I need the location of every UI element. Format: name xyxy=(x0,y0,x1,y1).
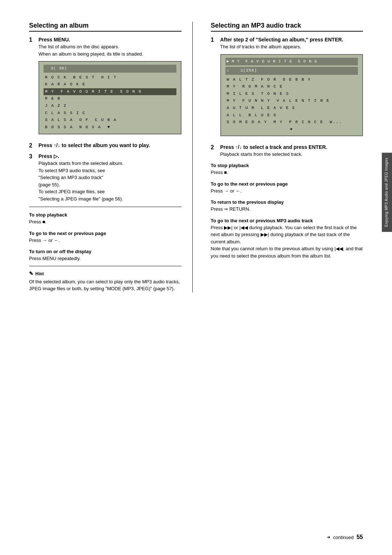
right-step-1-body: The list of tracks in the album appears. xyxy=(220,43,363,50)
left-sub-display-body: Press MENU repeatedly. xyxy=(29,255,181,262)
lcd-track-romance: M Y R O M A N C E xyxy=(225,83,358,90)
step-1-content: Press MENU. The list of albums on the di… xyxy=(38,37,181,138)
right-step-number-2: 2 xyxy=(211,144,217,151)
lcd-item-jazz: J A Z Z xyxy=(44,102,176,110)
left-sub-stop-title: To stop playback xyxy=(29,212,181,218)
lcd-track-waltz: W A L T Z F O R D E B B Y xyxy=(225,76,358,84)
left-sub-page-body: Press → or ←. xyxy=(29,237,181,244)
step-number-2: 2 xyxy=(29,142,35,149)
lcd-album-name: M Y F A V O U R I T E S O N G xyxy=(232,58,317,65)
stop-icon: ■ xyxy=(42,219,45,224)
right-step-1: 1 After step 2 of "Selecting an album," … xyxy=(211,37,363,140)
right-column: Selecting an MP3 audio track 1 After ste… xyxy=(207,22,363,292)
stop-icon-right: ■ xyxy=(224,170,227,175)
right-sub-page-body: Press → or ←. xyxy=(211,187,363,195)
left-step-3: 3 Press ▷. Playback starts from the sele… xyxy=(29,153,181,202)
hint-box: ✎ Hint Of the selected album, you can se… xyxy=(29,270,181,292)
lcd-track-someday: S O M E D A Y M Y P R I N C E W... xyxy=(225,119,358,126)
hint-title: ✎ Hint xyxy=(29,270,181,278)
page-number: 55 xyxy=(356,534,363,540)
divider-1 xyxy=(29,207,181,207)
two-column-layout: Selecting an album 1 Press MENU. The lis… xyxy=(29,22,363,292)
step-3-label: Press ▷. xyxy=(38,153,181,159)
right-step-1-content: After step 2 of "Selecting an album," pr… xyxy=(220,37,363,140)
left-sub-page: To go to the next or previous page Press… xyxy=(29,231,181,244)
step-3-content: Press ▷. Playback starts from the select… xyxy=(38,153,181,202)
right-step-number-1: 1 xyxy=(211,37,217,43)
left-section-title: Selecting an album xyxy=(29,22,181,32)
lcd-track-miles: M I L E S T O N E S xyxy=(225,90,358,98)
continued-text: continued xyxy=(333,535,354,540)
right-step-1-label: After step 2 of "Selecting an album," pr… xyxy=(220,37,363,42)
step-3-body: Playback starts from the selected album.… xyxy=(38,160,181,202)
continued-arrow: ➜ xyxy=(327,535,330,540)
left-sub-display-title: To turn on or off the display xyxy=(29,249,181,254)
right-sub-page: To go to the next or previous page Press… xyxy=(211,181,363,195)
footer: ➜ continued 55 xyxy=(327,534,363,540)
right-sub-track-nav-body: Press ▶▶| or |◀◀ during playback. You ca… xyxy=(211,224,363,260)
lcd-item-rnb: R & B xyxy=(44,95,176,102)
lcd-album-list: 3( 30) R O C K B E S T H I T K A R A O K… xyxy=(38,61,181,134)
step-1-label: Press MENU. xyxy=(38,37,181,42)
lcd-track-list: ▶ M Y F A V O U R I T E S O N G ♪ 1(256)… xyxy=(220,54,363,136)
lcd-header: 3( 30) xyxy=(44,65,176,73)
left-step-2: 2 Press ↑/↓ to select the album you want… xyxy=(29,142,181,149)
left-sub-display: To turn on or off the display Press MENU… xyxy=(29,249,181,262)
right-sub-stop-body: Press ■. xyxy=(211,169,363,176)
lcd-scroll-indicator: ▼ xyxy=(225,127,358,133)
step-number-1: 1 xyxy=(29,37,35,43)
sidebar-tab: Enjoying MP3 Audio and JPEG Images xyxy=(382,153,392,232)
left-sub-stop-body: Press ■. xyxy=(29,218,181,226)
hint-icon: ✎ xyxy=(29,271,33,276)
step-1-body: The list of albums on the disc appears.W… xyxy=(38,43,181,57)
lcd-track-blues: A L L B L U E S xyxy=(225,112,358,119)
right-step-2-label: Press ↑/↓ to select a track and press EN… xyxy=(220,144,363,150)
right-sub-return: To return to the previous display Press … xyxy=(211,199,363,213)
right-step-2: 2 Press ↑/↓ to select a track and press … xyxy=(211,144,363,158)
page-container: Selecting an album 1 Press MENU. The lis… xyxy=(0,0,392,314)
right-sub-track-nav: To go to the next or previous MP3 audio … xyxy=(211,218,363,260)
lcd-item-bossa: B O S S A N O V A ▼ xyxy=(44,124,176,131)
hint-body: Of the selected album, you can select to… xyxy=(29,278,181,292)
lcd-item-karaoke: K A R A O K E xyxy=(44,81,176,88)
right-sub-stop-title: To stop playback xyxy=(211,163,363,168)
lcd-item-rock: R O C K B E S T H I T xyxy=(44,74,176,81)
step-number-3: 3 xyxy=(29,153,35,160)
lcd-play-icon: ▶ xyxy=(227,58,230,65)
right-sub-return-title: To return to the previous display xyxy=(211,199,363,205)
right-sub-stop: To stop playback Press ■. xyxy=(211,163,363,176)
right-sub-track-nav-title: To go to the next or previous MP3 audio … xyxy=(211,218,363,223)
left-sub-stop: To stop playback Press ■. xyxy=(29,212,181,226)
lcd-track-header: ▶ M Y F A V O U R I T E S O N G xyxy=(225,58,358,66)
lcd-track-number: ♪ 1(256) xyxy=(225,67,358,75)
step-2-label: Press ↑/↓ to select the album you want t… xyxy=(38,142,181,148)
lcd-item-classic: C L A S S I C xyxy=(44,110,176,117)
lcd-track-num-icon: ♪ xyxy=(227,68,230,73)
lcd-track-autum: A U T U M L E A V E S xyxy=(225,105,358,112)
lcd-track-valentine: M Y F U N N Y V A L E N T I N E xyxy=(225,97,358,105)
step-2-content: Press ↑/↓ to select the album you want t… xyxy=(38,142,181,148)
right-sub-page-title: To go to the next or previous page xyxy=(211,181,363,187)
lcd-item-salsa: S A L S A O F C U B A xyxy=(44,117,176,124)
left-step-1: 1 Press MENU. The list of albums on the … xyxy=(29,37,181,138)
left-column: Selecting an album 1 Press MENU. The lis… xyxy=(29,22,193,292)
right-section-title: Selecting an MP3 audio track xyxy=(211,22,363,32)
left-sub-page-title: To go to the next or previous page xyxy=(29,231,181,236)
right-sub-return-body: Press ⇒ RETURN. xyxy=(211,206,363,213)
right-step-2-content: Press ↑/↓ to select a track and press EN… xyxy=(220,144,363,158)
right-step-2-body: Playback starts from the selected track. xyxy=(220,151,363,158)
lcd-item-favourite: M Y F A V O U R I T E S O N G xyxy=(44,88,176,96)
divider-2 xyxy=(29,266,181,266)
